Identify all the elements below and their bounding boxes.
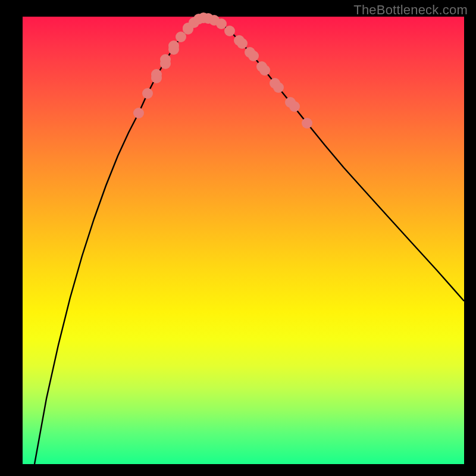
marker-dot	[273, 82, 284, 93]
marker-dot	[237, 38, 248, 49]
marker-dot	[168, 40, 179, 51]
marker-dot	[160, 54, 171, 65]
marker-dot	[248, 51, 259, 61]
data-point-markers	[23, 17, 464, 464]
marker-dot	[151, 69, 162, 80]
plot-area	[23, 17, 464, 464]
marker-dot	[289, 101, 300, 112]
marker-dot	[302, 118, 312, 129]
marker-dot	[142, 88, 153, 99]
marker-dot	[216, 18, 227, 29]
dots-left	[133, 17, 199, 118]
watermark-text: TheBottleneck.com	[353, 2, 468, 18]
dots-right	[234, 35, 312, 129]
chart-frame: TheBottleneck.com	[0, 0, 476, 476]
marker-dot	[259, 65, 270, 76]
marker-dot	[133, 108, 144, 118]
dots-bottom	[193, 12, 235, 36]
marker-dot	[224, 26, 235, 36]
